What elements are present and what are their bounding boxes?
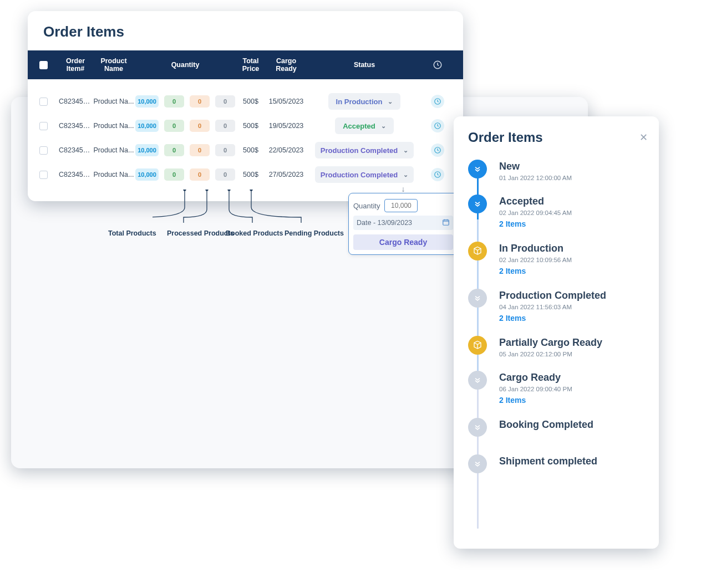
quantity-label: Quantity	[353, 202, 380, 210]
cell-product-name: Product Na...	[92, 146, 135, 154]
timeline-step-name: In Production	[499, 243, 572, 254]
pill-processed: 0	[164, 120, 184, 132]
timeline-step-name: Booking Completed	[499, 419, 593, 431]
cell-product-name: Product Na...	[92, 171, 135, 178]
timeline-step: New01 Jan 2022 12:00:00 AM	[468, 160, 648, 181]
cargo-ready-popover: ↓ Quantity Date - 13/09/2023 Cargo Ready	[348, 193, 458, 255]
table-body: C823451...Product Na...10,000000500$15/0…	[28, 89, 463, 187]
timeline-panel: Order Items ✕ New01 Jan 2022 12:00:00 AM…	[454, 116, 659, 549]
pill-booked: 0	[190, 95, 210, 108]
timeline-step: Production Completed04 Jan 2022 11:56:03…	[468, 289, 648, 323]
cell-order-id: C823451...	[59, 146, 92, 154]
cell-cargo-date: 22/05/2023	[266, 146, 306, 154]
history-button[interactable]	[431, 168, 444, 181]
pill-booked: 0	[190, 120, 210, 132]
row-checkbox[interactable]	[39, 146, 48, 155]
timeline-step-items[interactable]: 2 Items	[499, 219, 572, 228]
timeline-step-name: Cargo Ready	[499, 372, 572, 384]
clock-icon	[433, 60, 443, 70]
date-text: Date - 13/09/2023	[357, 219, 412, 227]
table-header: Order Item# Product Name Quantity Total …	[28, 50, 463, 79]
timeline-title: Order Items	[468, 130, 543, 145]
date-field[interactable]: Date - 13/09/2023	[353, 216, 453, 230]
timeline-dot	[468, 289, 487, 308]
cell-order-id: C823451...	[59, 122, 92, 130]
cell-order-id: C823451...	[59, 171, 92, 178]
timeline-step-items[interactable]: 2 Items	[499, 314, 606, 323]
history-button[interactable]	[431, 144, 444, 157]
cell-cargo-date: 15/05/2023	[266, 98, 306, 105]
status-label: In Production	[336, 98, 383, 106]
timeline-dot	[468, 336, 487, 355]
pill-pending: 0	[215, 168, 235, 181]
pill-pending: 0	[215, 120, 235, 132]
chevron-down-icon: ⌄	[381, 122, 386, 130]
pill-total: 10,000	[135, 95, 159, 108]
timeline-step-items[interactable]: 2 Items	[499, 396, 572, 405]
pill-processed: 0	[164, 95, 184, 108]
calendar-icon	[442, 218, 450, 228]
timeline-step: Shipment completed	[468, 454, 648, 473]
col-cargo-ready: Cargo Ready	[266, 57, 306, 73]
status-label: Production Completed	[321, 146, 398, 155]
cell-cargo-date: 19/05/2023	[266, 122, 306, 130]
timeline-step: Accepted02 Jan 2022 09:04:45 AM2 Items	[468, 195, 648, 228]
cell-product-name: Product Na...	[92, 122, 135, 130]
status-dropdown[interactable]: In Production⌄	[328, 93, 401, 110]
pill-pending: 0	[215, 95, 235, 108]
table-row: C823451...Product Na...10,000000500$15/0…	[28, 89, 463, 114]
pill-total: 10,000	[135, 144, 159, 156]
timeline-step-time: 06 Jan 2022 09:00:40 PM	[499, 386, 572, 392]
arrow-down-icon: ↓	[402, 185, 405, 193]
page-title: Order Items	[28, 11, 463, 50]
timeline-step: Booking Completed	[468, 418, 648, 437]
row-checkbox[interactable]	[39, 122, 48, 130]
timeline-step-time: 02 Jan 2022 10:09:56 AM	[499, 257, 572, 263]
pill-total: 10,000	[135, 120, 159, 132]
timeline-step-items[interactable]: 2 Items	[499, 267, 572, 275]
timeline-dot	[468, 160, 487, 178]
svg-point-6	[206, 190, 208, 191]
chevron-down-icon: ⌄	[403, 171, 408, 178]
timeline-dot	[468, 195, 487, 213]
col-status: Status	[306, 61, 423, 69]
table-row: C823451...Product Na...10,000000500$27/0…	[28, 162, 463, 187]
row-checkbox[interactable]	[39, 171, 48, 179]
cell-price: 500$	[235, 171, 266, 178]
timeline-dot	[468, 242, 487, 260]
timeline-step-name: New	[499, 161, 572, 172]
pill-processed: 0	[164, 168, 184, 181]
pill-processed: 0	[164, 144, 184, 156]
chevron-down-icon: ⌄	[388, 98, 393, 105]
status-label: Production Completed	[321, 171, 398, 179]
cell-order-id: C823451...	[59, 98, 92, 105]
svg-point-8	[250, 190, 252, 191]
cargo-ready-button[interactable]: Cargo Ready	[353, 234, 453, 250]
pill-booked: 0	[190, 144, 210, 156]
timeline-step: Cargo Ready06 Jan 2022 09:00:40 PM2 Item…	[468, 371, 648, 405]
select-all-checkbox[interactable]	[39, 61, 48, 69]
row-checkbox[interactable]	[39, 98, 48, 106]
table-row: C823451...Product Na...10,000000500$22/0…	[28, 138, 463, 162]
svg-point-5	[184, 190, 186, 191]
quantity-input[interactable]	[384, 199, 418, 212]
history-button[interactable]	[431, 95, 444, 108]
pill-pending: 0	[215, 144, 235, 156]
history-button[interactable]	[431, 119, 444, 132]
timeline-dot	[468, 454, 487, 473]
timeline-step: Partially Cargo Ready05 Jan 2022 02:12:0…	[468, 336, 648, 357]
close-icon[interactable]: ✕	[639, 131, 648, 144]
timeline-step-time: 02 Jan 2022 09:04:45 AM	[499, 209, 572, 216]
cell-price: 500$	[235, 98, 266, 105]
timeline-step-time: 04 Jan 2022 11:56:03 AM	[499, 304, 606, 310]
col-order-item: Order Item#	[59, 57, 92, 73]
col-total-price: Total Price	[235, 57, 266, 73]
status-label: Accepted	[343, 122, 375, 130]
status-dropdown[interactable]: Production Completed⌄	[315, 166, 414, 183]
table-row: C823451...Product Na...10,000000500$19/0…	[28, 114, 463, 138]
svg-rect-9	[443, 219, 449, 224]
cell-price: 500$	[235, 122, 266, 130]
timeline-step-name: Accepted	[499, 196, 572, 207]
status-dropdown[interactable]: Accepted⌄	[335, 117, 394, 134]
status-dropdown[interactable]: Production Completed⌄	[315, 142, 414, 158]
